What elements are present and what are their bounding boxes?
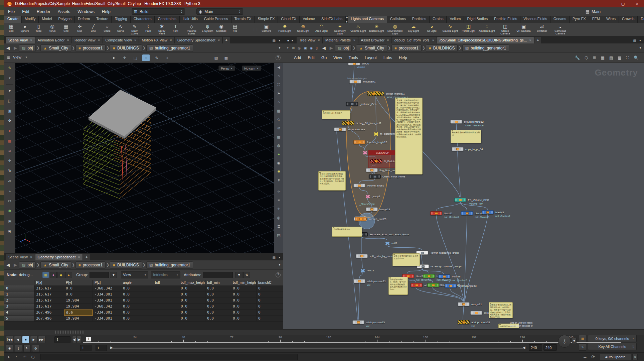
network-node-FB_Volume_GEO[interactable] bbox=[454, 198, 466, 202]
network-node-flag_floor_numbe[interactable] bbox=[366, 168, 378, 172]
sticky-note-4[interactable]: 每个decal分组如图所示快速排列！保证体积空间边界值。每次迭代生成一个空间向下… bbox=[318, 171, 346, 191]
prims-mode-icon[interactable]: ▦ bbox=[274, 106, 283, 115]
sphere-tool-icon[interactable]: ● bbox=[4, 126, 15, 136]
left-pane-tab-scene-view[interactable]: Scene View✕ bbox=[6, 37, 35, 43]
network-node-debug_Cd_from_vol1[interactable] bbox=[342, 121, 354, 125]
detail-filter-icon[interactable]: ▲ bbox=[65, 272, 72, 278]
ring-select-icon[interactable]: ○ bbox=[164, 54, 171, 61]
back-arrow-icon[interactable]: ◀ bbox=[320, 45, 328, 51]
shelf-tab-oceans[interactable]: Oceans bbox=[550, 16, 570, 23]
shade-icon[interactable]: ● bbox=[274, 150, 283, 158]
cut-icon[interactable]: ✂ bbox=[4, 196, 15, 206]
network-nav-icons[interactable]: ▼⊕◎▣◉▯ bbox=[283, 46, 320, 50]
network-node-object_merge11[interactable] bbox=[367, 92, 384, 96]
history-icon[interactable]: ◔ bbox=[15, 355, 17, 359]
shelf-tab-rigid-bodies[interactable]: Rigid Bodies bbox=[464, 16, 491, 23]
stop-button[interactable]: ■ bbox=[22, 336, 29, 343]
shelf-tool-gamepad-camera[interactable]: ◒Gamepad Camera bbox=[551, 23, 570, 36]
table-cell[interactable]: 0.0 bbox=[179, 316, 205, 322]
network-node-group9[interactable] bbox=[365, 194, 370, 199]
table-cell[interactable]: 19.984 bbox=[64, 297, 93, 304]
forward-arrow-icon[interactable]: ▶ bbox=[12, 45, 19, 51]
shelf-tab-terrain-fx[interactable]: Terrain FX bbox=[231, 16, 255, 23]
loop-end-field[interactable] bbox=[543, 344, 557, 351]
close-tab-icon[interactable]: ✕ bbox=[98, 39, 100, 42]
table-cell[interactable]: 0.0 bbox=[231, 316, 257, 322]
paint-icon[interactable]: ✱ bbox=[4, 206, 15, 216]
keys-status-button[interactable]: 0 keys, 0/0 channels▲ bbox=[588, 335, 637, 342]
new-tab-button[interactable]: + bbox=[534, 37, 541, 43]
rotate-icon[interactable]: ↻ bbox=[4, 166, 15, 176]
close-tab-icon[interactable]: ✕ bbox=[318, 39, 320, 42]
light-icon[interactable]: ✸ bbox=[274, 167, 283, 176]
sticky-note-1[interactable]: 给不同的vol上不同颜色 bbox=[322, 110, 350, 119]
breadcrumb-small_city[interactable]: ▲Small_City bbox=[40, 261, 71, 269]
table-cell[interactable]: 0.0 bbox=[231, 285, 257, 291]
table-cell[interactable]: 0.0 bbox=[231, 304, 257, 310]
shelf-tab-rigging[interactable]: Rigging bbox=[112, 16, 130, 23]
shelf-tab-guide-process[interactable]: Guide Process bbox=[201, 16, 231, 23]
network-node-foreach_end23[interactable] bbox=[355, 217, 367, 221]
seam-icon[interactable]: ⌁ bbox=[4, 186, 15, 196]
network-node-null[interactable] bbox=[362, 150, 368, 155]
column-header-branchC[interactable]: branchC bbox=[257, 280, 283, 285]
shelf-tool-l-system[interactable]: ψL-System bbox=[201, 23, 214, 36]
display-options-icon[interactable]: ▤ bbox=[274, 231, 283, 239]
network-node-blast41[interactable] bbox=[430, 211, 442, 215]
table-cell[interactable]: 0.0 bbox=[205, 310, 231, 316]
table-cell[interactable]: 0.0 bbox=[231, 297, 257, 304]
shelf-tool-environment-light[interactable]: ◍Environment Light bbox=[386, 23, 404, 36]
network-node-blast38[interactable] bbox=[438, 274, 450, 278]
snap-icon[interactable]: ⊕ bbox=[274, 124, 283, 132]
column-header-P-y-[interactable]: P[y] bbox=[64, 280, 93, 285]
breadcrumb-buildings[interactable]: ■BUILDINGS bbox=[426, 44, 458, 52]
right-pane-tab--obj-small-city-processor1-buildings-bui[interactable]: /obj/Small_City/processor1/BUILDINGS/bui… bbox=[437, 37, 534, 43]
table-cell[interactable]: 0.0 bbox=[205, 291, 231, 297]
table-cell[interactable]: 0.0 bbox=[231, 291, 257, 297]
table-view-icon[interactable]: ▤ bbox=[609, 55, 613, 60]
network-node-grouppromote62[interactable] bbox=[450, 120, 462, 124]
row-index-cell[interactable]: 2 bbox=[4, 297, 34, 304]
breadcrumb-processor1[interactable]: ■processor1 bbox=[75, 261, 106, 269]
splitter-grip[interactable] bbox=[55, 331, 85, 334]
table-cell[interactable]: 315.617 bbox=[34, 304, 64, 310]
group-input[interactable] bbox=[90, 272, 109, 278]
network-menu-add[interactable]: Add bbox=[291, 55, 304, 60]
table-cell[interactable]: 315.617 bbox=[34, 285, 64, 291]
shelf-tool-draw-curve[interactable]: ✎Draw Curve bbox=[128, 23, 141, 36]
shelf-tab-pyro-fx[interactable]: Pyro FX bbox=[570, 16, 589, 23]
list-view-icon[interactable]: ≣ bbox=[593, 55, 596, 60]
shelf-tab-viscous-fluids[interactable]: Viscous Fluids bbox=[520, 16, 550, 23]
shelf-tool-ambient-light[interactable]: ◌Ambient Light bbox=[478, 23, 496, 36]
shelf-tab-wires[interactable]: Wires bbox=[603, 16, 619, 23]
network-menu-view[interactable]: View bbox=[330, 55, 345, 60]
network-node-copy_to_pt_04[interactable] bbox=[452, 147, 464, 151]
material-icon[interactable]: ◉ bbox=[274, 158, 283, 167]
shelf-tab-deform[interactable]: Deform bbox=[75, 16, 93, 23]
shelf-tab-particles[interactable]: Particles bbox=[409, 16, 430, 23]
network-node-mountain1[interactable] bbox=[349, 80, 361, 84]
network-node-Calculate_volume_offset[interactable] bbox=[470, 311, 482, 315]
snapshot-icon[interactable]: ◉ bbox=[4, 226, 15, 236]
breadcrumb-dropdown-icon[interactable]: ▼ bbox=[276, 262, 283, 268]
shelf-tool-torus[interactable]: ◎Torus bbox=[45, 23, 59, 36]
shelf-tool-box[interactable]: ▦Box bbox=[4, 23, 18, 36]
transform-icon[interactable]: ✛ bbox=[4, 156, 15, 166]
table-cell[interactable]: 0 bbox=[257, 316, 283, 322]
move-cursor-icon[interactable]: ✛ bbox=[121, 54, 128, 61]
shelf-tool-distant-light[interactable]: ☀Distant Light bbox=[367, 23, 386, 36]
shelf-tool-gi-light[interactable]: ◕GI Light bbox=[423, 23, 441, 36]
network-node-box20[interactable] bbox=[348, 63, 360, 66]
spreadsheet-tab-geometry-spreadsheet[interactable]: Geometry Spreadsheet✕ bbox=[35, 254, 83, 260]
menu-windows[interactable]: Windows bbox=[74, 9, 98, 14]
table-cell[interactable]: -334.801 bbox=[93, 316, 121, 322]
shelf-tool-portal-light[interactable]: ◫Portal Light bbox=[459, 23, 478, 36]
prev-frame-button[interactable]: ◀| bbox=[72, 336, 76, 343]
menu-render[interactable]: Render bbox=[33, 9, 54, 14]
memory-brain-icon[interactable]: ☁ bbox=[583, 354, 587, 359]
shelf-tool-font[interactable]: TFont bbox=[169, 23, 182, 36]
left-pane-tab-motion-fx-view[interactable]: Motion FX View✕ bbox=[139, 37, 174, 43]
breadcrumb-small_city[interactable]: ▲Small_City bbox=[40, 44, 71, 52]
breadcrumb-dropdown-icon[interactable]: ▼ bbox=[637, 45, 644, 51]
right-pane-tab-debug-cd-from-vol1[interactable]: debug_Cd_from_vol1✕ bbox=[392, 37, 437, 43]
